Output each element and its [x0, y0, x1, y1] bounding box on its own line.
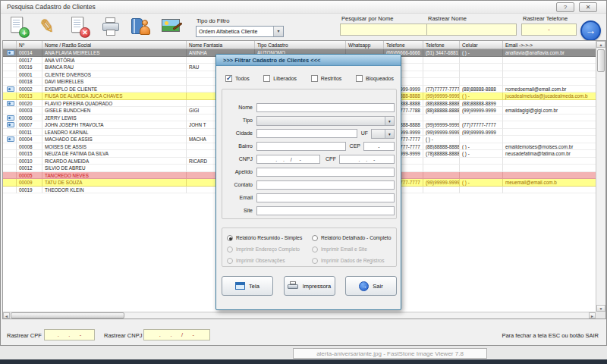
cell-num: 00012 — [17, 165, 42, 172]
header-cell[interactable]: Telefone — [423, 41, 460, 49]
apelido-input[interactable] — [256, 168, 395, 177]
add-record-button[interactable]: + — [8, 16, 31, 39]
horizontal-scroll-thumb[interactable] — [11, 312, 124, 318]
bairro-label: Bairro — [225, 142, 253, 151]
tela-button[interactable]: Tela — [222, 276, 273, 296]
cell-cel: ( ) - — [460, 49, 503, 57]
print-button[interactable] — [99, 16, 122, 39]
radio-option[interactable]: Relatório Resumido - Simples — [227, 232, 312, 243]
cidade-input[interactable] — [256, 129, 357, 138]
cell-email: meuemail@email.com.b — [503, 179, 597, 187]
radio-icon — [312, 258, 318, 264]
cell-email: emaildagigi@gigi.com.br — [503, 107, 597, 115]
tipo-filtro-select[interactable]: Ordem Alfabetica Cliente ▾ — [196, 26, 284, 37]
cell-icon — [3, 187, 17, 194]
checkbox-empty-icon[interactable] — [356, 75, 363, 82]
cell-email — [503, 187, 597, 194]
rastrear-cnpj-input[interactable]: . . / - — [143, 329, 210, 340]
checkbox-label: Bloqueados — [366, 76, 394, 81]
scroll-up-icon[interactable]: ▲ — [596, 41, 605, 48]
cell-email: neusadefatima@fatima.com.br — [503, 150, 597, 158]
cep-input[interactable]: - — [363, 142, 395, 151]
checkbox-todos[interactable]: Todos — [225, 75, 250, 82]
cidade-label: Cidade — [225, 129, 253, 138]
header-cell[interactable]: Celular — [460, 41, 503, 49]
checkbox-empty-icon[interactable] — [263, 75, 270, 82]
radio-option: Imprimir Observações — [227, 255, 312, 266]
cnpj-label: CNPJ — [225, 155, 253, 164]
checkbox-checked-icon[interactable] — [225, 75, 232, 82]
cell-email — [503, 71, 597, 79]
rastrear-telefone-label: Rastrear Telefone — [523, 15, 568, 22]
edit-record-button[interactable]: ✎ — [39, 16, 61, 39]
bairro-input[interactable] — [256, 142, 346, 151]
radio-option[interactable]: Relatório Detalhado - Completo — [312, 232, 397, 243]
checkbox-empty-icon[interactable] — [311, 75, 318, 82]
rastrear-cnpj-label: Rastrear CNPJ — [104, 332, 142, 339]
rastrear-cpf-input[interactable]: . . - — [44, 329, 95, 340]
dialog-buttons: TelaImpressora→Sair — [222, 276, 397, 296]
photo-viewer-button[interactable] — [160, 16, 183, 39]
checkbox-restritos[interactable]: Restritos — [311, 75, 342, 82]
cell-email: emaildemoises@moises.com.br — [503, 143, 597, 151]
delete-record-button[interactable]: ✕ — [69, 16, 92, 39]
site-input[interactable] — [256, 206, 395, 215]
button-label: Sair — [373, 283, 382, 290]
cell-tel2: (88)88888-8888 — [423, 100, 460, 108]
nome-input[interactable] — [256, 103, 395, 112]
cell-icon — [3, 179, 17, 187]
email-input[interactable] — [256, 193, 395, 202]
vertical-scroll-thumb[interactable] — [597, 49, 605, 72]
client-photo-icon — [7, 122, 14, 127]
cell-cel: (77)77777-7777 — [460, 121, 503, 129]
contacts-export-button[interactable] — [130, 16, 153, 39]
rastrear-nome-input[interactable] — [426, 24, 517, 36]
pencil-icon: ✎ — [38, 15, 56, 39]
help-button[interactable]: ? — [556, 2, 574, 12]
cell-num: 00008 — [17, 143, 42, 151]
cell-name: LEANDRO KARNAL — [42, 129, 187, 136]
client-photo-icon — [7, 115, 14, 121]
header-cell[interactable]: Whatsapp — [346, 41, 384, 49]
cell-name: JERRY LEWIS — [42, 115, 187, 122]
cell-tel2 — [423, 57, 460, 64]
cell-tel2: (78)88888-8888 — [423, 150, 460, 158]
header-cell[interactable]: Nome / Razão Social — [42, 41, 187, 49]
radio-selected-icon[interactable] — [227, 235, 233, 241]
cell-tel2 — [423, 71, 460, 79]
faststone-taskbar-item[interactable]: alerta-aniversariante.jpg - FastStone Im… — [293, 348, 487, 359]
delete-x-icon: ✕ — [80, 27, 90, 38]
cell-name: MOISES DE ASSIS — [42, 143, 187, 151]
sair-button[interactable]: →Sair — [345, 276, 397, 296]
checkbox-liberados[interactable]: Liberados — [263, 75, 297, 82]
cnpj-input[interactable]: . . / - — [256, 155, 320, 164]
header-cell[interactable]: Tipo Cadastro — [255, 41, 346, 49]
cell-cel: ( ) - — [460, 179, 503, 187]
tipo-select[interactable]: ▾ — [256, 116, 395, 126]
button-label: Impressora — [303, 283, 332, 290]
radio-icon[interactable] — [312, 235, 318, 241]
scroll-down-icon[interactable]: ▼ — [596, 305, 605, 312]
client-photo-icon — [7, 136, 14, 142]
search-go-button[interactable]: → — [580, 20, 601, 41]
horizontal-scrollbar[interactable]: ◄ ► — [3, 312, 596, 318]
cell-name: EXEMPLO DE CLIENTE — [42, 86, 187, 93]
filter-dialog-title[interactable]: >>> Filtrar Cadastro de Clientes <<< — [216, 55, 401, 66]
rastrear-telefone-input[interactable]: - — [521, 24, 577, 36]
header-cell[interactable]: Email ->->-> — [503, 41, 597, 49]
header-cell[interactable]: Telefone — [384, 41, 423, 49]
scroll-right-icon[interactable]: ► — [589, 312, 596, 318]
header-cell[interactable] — [3, 41, 17, 49]
checkbox-bloqueados[interactable]: Bloqueados — [356, 75, 394, 82]
impressora-button[interactable]: Impressora — [284, 276, 335, 296]
cpf-input[interactable]: . . - — [339, 155, 395, 164]
header-cell[interactable]: Nome Fantasia — [187, 41, 255, 49]
close-hint-text: Para fechar a tela ESC ou botão SAIR — [502, 332, 599, 339]
uf-select[interactable]: ▾ — [371, 129, 395, 139]
contato-input[interactable] — [256, 180, 395, 190]
scroll-left-icon[interactable]: ◄ — [3, 312, 10, 318]
close-button[interactable]: ✕ — [579, 2, 597, 12]
radio-option: Imprimir Endereço Completo — [227, 243, 312, 255]
vertical-scrollbar[interactable]: ▲ ▼ — [596, 41, 605, 312]
header-cell[interactable]: Nº — [17, 41, 42, 49]
